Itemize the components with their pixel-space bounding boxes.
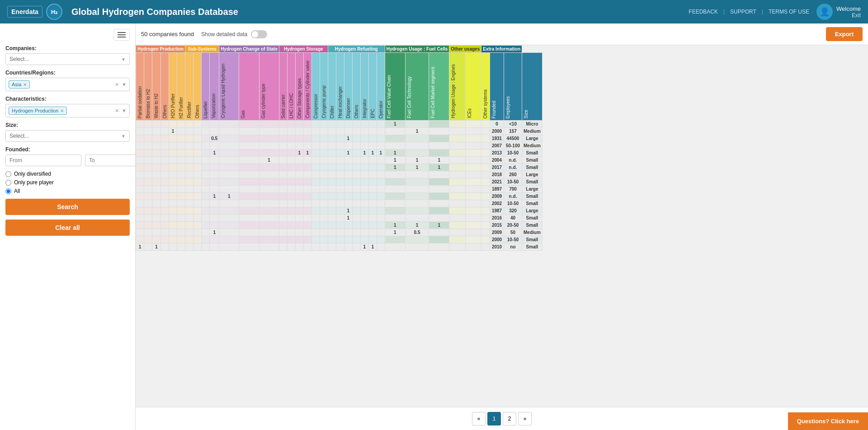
hydrogen-production-tag[interactable]: Hydrogen Production ✕ bbox=[9, 107, 67, 115]
table-cell bbox=[193, 243, 202, 251]
table-cell bbox=[320, 128, 328, 135]
table-cell bbox=[465, 186, 481, 193]
asia-tag[interactable]: Asia ✕ bbox=[9, 80, 30, 89]
col-operator: Operator bbox=[377, 53, 385, 121]
table-cell bbox=[352, 207, 360, 215]
table-cell bbox=[465, 171, 481, 178]
table-cell: 1 bbox=[344, 150, 352, 157]
table-cell bbox=[481, 135, 490, 142]
toggle-switch[interactable] bbox=[251, 30, 267, 38]
founded-from-input[interactable] bbox=[5, 154, 81, 166]
table-cell: Medium bbox=[522, 142, 542, 150]
char-clear-icon[interactable]: ✕ bbox=[115, 108, 119, 114]
table-cell bbox=[219, 142, 239, 150]
table-cell bbox=[152, 222, 160, 229]
table-cell bbox=[320, 236, 328, 243]
col-cryo-pump: Cryogenic pump bbox=[320, 53, 328, 121]
size-select[interactable]: Select... ▼ bbox=[5, 130, 130, 142]
table-cell bbox=[185, 142, 193, 150]
data-table-container[interactable]: Hydrogen Production Sub-Systems Hydrogen… bbox=[136, 45, 868, 407]
table-cell bbox=[303, 142, 311, 150]
table-cell bbox=[368, 178, 377, 186]
page-1-button[interactable]: 1 bbox=[487, 412, 501, 425]
questions-button[interactable]: Questions? Click here bbox=[788, 412, 868, 430]
table-cell bbox=[352, 128, 360, 135]
table-cell: <10 bbox=[504, 121, 522, 128]
characteristics-tag-container[interactable]: Hydrogen Production ✕ ✕ ▼ bbox=[5, 104, 130, 117]
terms-link[interactable]: TERMS OF USE bbox=[769, 9, 809, 15]
table-cell bbox=[136, 178, 144, 186]
table-cell bbox=[481, 178, 490, 186]
char-dropdown-icon[interactable]: ▼ bbox=[122, 108, 127, 114]
table-cell: 1 bbox=[360, 150, 368, 157]
col-biomass-h2: Biomass to H2 bbox=[144, 53, 152, 121]
countries-tag-container[interactable]: Asia ✕ ✕ ▼ bbox=[5, 78, 130, 91]
page-2-button[interactable]: 2 bbox=[503, 412, 516, 425]
clear-all-button[interactable]: Clear all bbox=[5, 220, 130, 236]
table-cell bbox=[449, 121, 465, 128]
table-cell bbox=[136, 229, 144, 236]
companies-section: Companies: Select... ▼ bbox=[5, 45, 130, 65]
table-cell bbox=[429, 150, 449, 157]
search-button[interactable]: Search bbox=[5, 199, 130, 215]
table-cell: no bbox=[504, 243, 522, 251]
hydrogen-production-tag-remove[interactable]: ✕ bbox=[60, 108, 64, 113]
export-button[interactable]: Export bbox=[826, 27, 863, 41]
table-cell bbox=[465, 236, 481, 243]
prev-page-button[interactable]: « bbox=[472, 412, 486, 425]
asia-tag-remove[interactable]: ✕ bbox=[23, 82, 27, 87]
table-cell bbox=[185, 193, 193, 200]
table-cell bbox=[279, 142, 287, 150]
table-cell bbox=[239, 142, 259, 150]
exit-link[interactable]: Exit bbox=[836, 12, 861, 19]
table-cell bbox=[481, 236, 490, 243]
table-cell bbox=[210, 121, 219, 128]
table-cell bbox=[352, 222, 360, 229]
size-chevron-icon: ▼ bbox=[121, 134, 126, 139]
table-cell bbox=[219, 229, 239, 236]
table-cell bbox=[210, 222, 219, 229]
table-cell bbox=[465, 215, 481, 222]
table-cell bbox=[368, 193, 377, 200]
table-cell bbox=[303, 215, 311, 222]
table-cell bbox=[287, 193, 295, 200]
table-cell bbox=[295, 207, 303, 215]
table-cell bbox=[239, 222, 259, 229]
table-cell bbox=[295, 193, 303, 200]
table-cell bbox=[144, 135, 152, 142]
only-diversified-radio-input[interactable] bbox=[5, 171, 11, 177]
table-cell bbox=[185, 186, 193, 193]
feedback-link[interactable]: FEEDBACK bbox=[689, 9, 718, 15]
table-cell bbox=[465, 178, 481, 186]
table-cell bbox=[429, 178, 449, 186]
tag-clear-icon[interactable]: ✕ bbox=[115, 82, 119, 88]
support-link[interactable]: SUPPORT bbox=[730, 9, 756, 15]
table-cell bbox=[169, 243, 177, 251]
table-cell: 1 bbox=[385, 157, 405, 164]
table-cell bbox=[303, 157, 311, 164]
table-cell bbox=[177, 135, 185, 142]
h2-logo: H₂ bbox=[46, 4, 62, 20]
page-title: Global Hydrogen Companies Database bbox=[71, 7, 689, 17]
table-cell: 10-50 bbox=[504, 236, 522, 243]
founded-to-input[interactable] bbox=[85, 154, 136, 166]
table-cell bbox=[279, 200, 287, 207]
tag-dropdown-icon[interactable]: ▼ bbox=[122, 82, 127, 88]
table-cell bbox=[136, 193, 144, 200]
table-cell bbox=[303, 229, 311, 236]
only-pure-player-radio-input[interactable] bbox=[5, 180, 11, 186]
table-cell bbox=[344, 121, 352, 128]
hamburger-menu[interactable] bbox=[113, 29, 130, 41]
table-cell bbox=[177, 186, 185, 193]
all-radio-input[interactable] bbox=[5, 188, 11, 194]
only-pure-player-radio[interactable]: Only pure player bbox=[5, 179, 130, 186]
companies-select[interactable]: Select... ▼ bbox=[5, 53, 130, 65]
show-detailed-toggle[interactable]: Show detailed data bbox=[201, 30, 267, 38]
table-cell bbox=[368, 207, 377, 215]
next-page-button[interactable]: » bbox=[518, 412, 532, 425]
table-cell bbox=[352, 121, 360, 128]
table-cell bbox=[177, 222, 185, 229]
only-diversified-radio[interactable]: Only diversified bbox=[5, 171, 130, 177]
table-cell bbox=[377, 200, 385, 207]
all-radio[interactable]: All bbox=[5, 188, 130, 194]
